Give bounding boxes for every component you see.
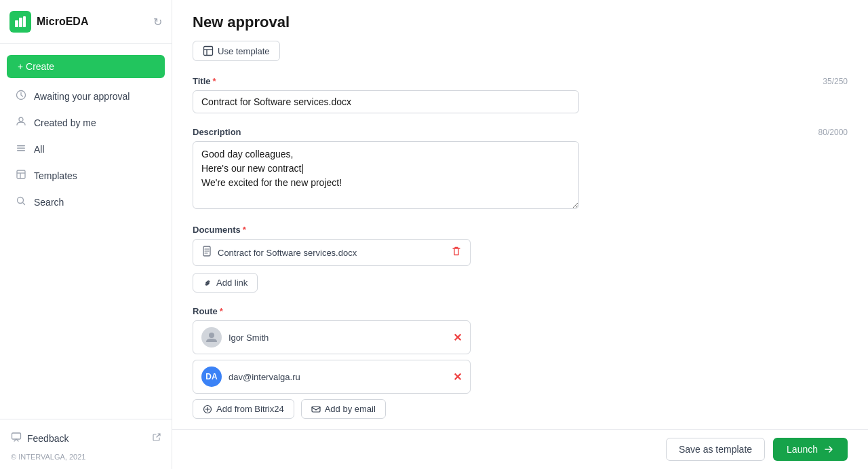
- sidebar-item-templates-label: Templates: [34, 170, 77, 181]
- feedback-label: Feedback: [27, 433, 68, 444]
- bitrix-icon: [203, 405, 212, 414]
- sidebar-item-created-by-me[interactable]: Created by me: [4, 110, 167, 136]
- feedback-link[interactable]: Feedback: [11, 428, 161, 449]
- route-item-dav: DA dav@intervalga.ru ✕: [193, 360, 471, 394]
- create-button[interactable]: + Create: [7, 55, 165, 78]
- bottom-bar: Save as template Launch: [172, 429, 868, 469]
- templates-icon: [15, 169, 27, 183]
- svg-rect-2: [23, 16, 26, 27]
- documents-required: *: [243, 225, 246, 235]
- launch-arrow-icon: [823, 444, 834, 455]
- document-icon: [201, 246, 212, 259]
- description-label: Description: [193, 127, 241, 137]
- route-name-dav: dav@intervalga.ru: [229, 372, 446, 382]
- title-section: Title * 35/250: [193, 76, 848, 113]
- route-add-buttons: Add from Bitrix24 Add by email: [193, 399, 848, 419]
- description-label-row: Description 80/2000: [193, 127, 848, 137]
- sidebar: MicroEDA ↻ + Create Awaiting your approv…: [0, 0, 172, 469]
- sidebar-footer: Feedback © INTERVALGA, 2021: [0, 419, 172, 469]
- add-by-email-button[interactable]: Add by email: [301, 399, 386, 419]
- description-char-count: 80/2000: [818, 128, 848, 137]
- link-icon: [203, 278, 212, 288]
- title-char-count: 35/250: [823, 77, 848, 86]
- refresh-icon[interactable]: ↻: [153, 16, 162, 29]
- title-label: Title: [193, 76, 211, 86]
- page-title: New approval: [193, 14, 848, 31]
- document-filename: Contract for Software services.docx: [218, 248, 446, 258]
- sidebar-logo-area: MicroEDA ↻: [0, 0, 172, 44]
- sidebar-item-awaiting[interactable]: Awaiting your approval: [4, 83, 167, 109]
- description-section: Description 80/2000 Good day colleagues,…: [193, 127, 848, 211]
- route-remove-igor[interactable]: ✕: [453, 331, 462, 344]
- main-content: New approval Use template Title * 35/250…: [172, 0, 868, 469]
- svg-rect-7: [17, 150, 25, 151]
- svg-rect-6: [17, 148, 25, 149]
- svg-rect-0: [15, 20, 18, 27]
- copyright-text: © INTERVALGA, 2021: [11, 453, 161, 461]
- documents-label: Documents: [193, 225, 241, 235]
- sidebar-item-created-by-me-label: Created by me: [34, 117, 96, 128]
- app-logo-icon: [9, 11, 31, 33]
- svg-point-4: [19, 117, 23, 121]
- document-item: Contract for Software services.docx: [193, 239, 471, 266]
- route-item-igor: Igor Smith ✕: [193, 320, 471, 354]
- avatar-igor: [201, 327, 222, 348]
- app-logo-text: MicroEDA: [37, 16, 88, 28]
- save-as-template-button[interactable]: Save as template: [666, 438, 765, 461]
- svg-rect-8: [17, 170, 25, 179]
- documents-label-row: Documents *: [193, 225, 848, 235]
- route-section: Route * Igor Smith ✕ DA dav@intervalga.r…: [193, 306, 848, 419]
- sidebar-item-search[interactable]: Search: [4, 189, 167, 215]
- route-name-igor: Igor Smith: [229, 333, 446, 343]
- svg-rect-15: [312, 407, 320, 412]
- svg-point-13: [209, 333, 214, 338]
- documents-section: Documents * Contract for Software servic…: [193, 225, 848, 293]
- created-by-me-icon: [15, 116, 27, 130]
- email-icon: [311, 405, 321, 414]
- use-template-button[interactable]: Use template: [193, 41, 280, 61]
- sidebar-item-all-label: All: [34, 144, 45, 155]
- add-link-button[interactable]: Add link: [193, 273, 258, 293]
- svg-rect-11: [204, 47, 213, 56]
- svg-rect-10: [12, 433, 21, 439]
- description-input[interactable]: Good day colleagues, Here's our new cont…: [193, 141, 579, 209]
- template-icon: [203, 45, 214, 56]
- sidebar-item-search-label: Search: [34, 197, 64, 208]
- external-link-icon: [153, 433, 161, 443]
- sidebar-item-awaiting-label: Awaiting your approval: [34, 91, 130, 102]
- svg-point-9: [18, 198, 24, 204]
- route-required: *: [220, 306, 223, 316]
- route-label-row: Route *: [193, 306, 848, 316]
- sidebar-item-all[interactable]: All: [4, 136, 167, 162]
- svg-rect-5: [17, 145, 25, 147]
- search-icon: [15, 195, 27, 209]
- title-label-row: Title * 35/250: [193, 76, 848, 86]
- sidebar-nav: + Create Awaiting your approval Created …: [0, 44, 172, 419]
- document-delete-button[interactable]: [451, 246, 462, 259]
- route-label: Route: [193, 306, 218, 316]
- add-from-bitrix-button[interactable]: Add from Bitrix24: [193, 399, 294, 419]
- svg-rect-1: [19, 18, 22, 27]
- title-input[interactable]: [193, 90, 579, 113]
- launch-button[interactable]: Launch: [773, 438, 848, 461]
- avatar-dav: DA: [201, 367, 222, 387]
- feedback-icon: [11, 432, 22, 445]
- route-remove-dav[interactable]: ✕: [453, 371, 462, 383]
- sidebar-item-templates[interactable]: Templates: [4, 163, 167, 189]
- awaiting-icon: [15, 90, 27, 103]
- all-icon: [15, 143, 27, 156]
- title-required: *: [213, 76, 216, 86]
